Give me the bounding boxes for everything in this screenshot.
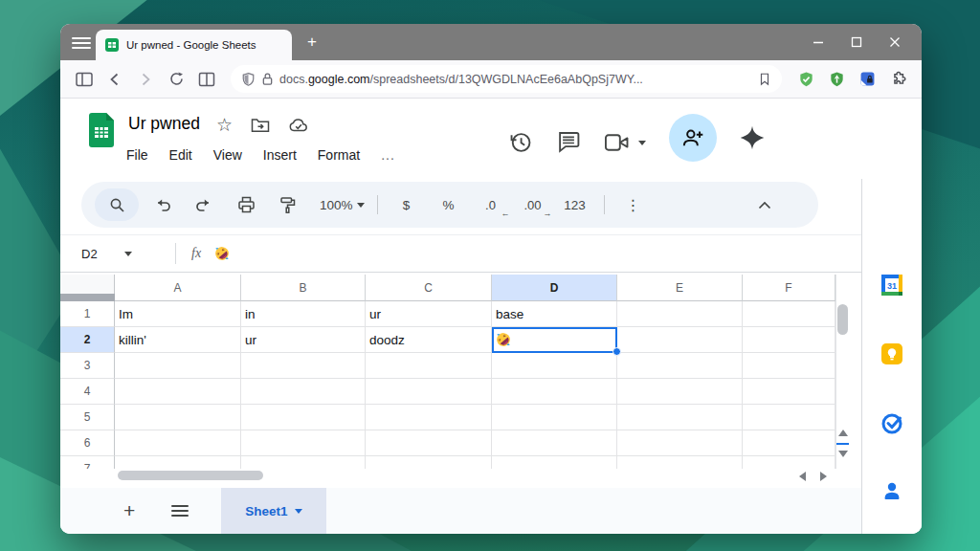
extension-password-manager-icon[interactable]	[855, 67, 880, 92]
name-box[interactable]: D2	[60, 247, 173, 261]
undo-button[interactable]	[143, 188, 181, 221]
redo-button[interactable]	[185, 188, 223, 221]
cell-C3[interactable]	[366, 353, 492, 379]
row-header-4[interactable]: 4	[60, 379, 115, 405]
menu-icon[interactable]	[72, 34, 91, 52]
cell-B2[interactable]: ur	[241, 327, 366, 353]
bookmark-icon[interactable]	[758, 72, 771, 86]
menu-file[interactable]: File	[126, 147, 148, 163]
row-header-1[interactable]: 1	[60, 301, 115, 327]
google-contacts-icon[interactable]	[880, 479, 903, 502]
freeze-handle[interactable]	[60, 294, 115, 301]
column-header-E[interactable]: E	[617, 275, 743, 301]
maximize-button[interactable]	[837, 24, 876, 60]
menu-overflow[interactable]: ...	[381, 147, 395, 163]
column-header-B[interactable]: B	[241, 275, 366, 301]
search-button[interactable]	[95, 188, 139, 221]
vertical-scrollbar-thumb[interactable]	[837, 304, 848, 335]
extensions-puzzle-icon[interactable]	[885, 67, 910, 92]
cell-F2[interactable]	[743, 327, 835, 353]
number-format-button[interactable]: 123	[556, 188, 594, 221]
browser-tab[interactable]: Ur pwned - Google Sheets	[96, 30, 292, 60]
cell-C6[interactable]	[366, 430, 492, 456]
cell-F7[interactable]	[743, 456, 835, 469]
gemini-sparkle-icon[interactable]	[740, 125, 765, 150]
cell-F1[interactable]	[743, 301, 835, 327]
cell-C4[interactable]	[366, 379, 492, 405]
cell-E5[interactable]	[617, 405, 743, 430]
column-header-A[interactable]: A	[115, 275, 241, 301]
google-calendar-icon[interactable]: 31	[880, 274, 903, 297]
cell-B3[interactable]	[241, 353, 366, 379]
cell-A5[interactable]	[115, 405, 241, 430]
cell-D6[interactable]	[492, 430, 617, 456]
scroll-right-arrow[interactable]	[820, 472, 827, 481]
cell-A7[interactable]	[115, 456, 241, 469]
cell-E3[interactable]	[617, 353, 743, 379]
cell-E7[interactable]	[617, 456, 743, 469]
horizontal-scrollbar-thumb[interactable]	[118, 471, 263, 480]
cell-C1[interactable]: ur	[366, 301, 492, 327]
cell-D7[interactable]	[492, 456, 617, 469]
version-history-icon[interactable]	[508, 130, 533, 155]
back-button[interactable]	[102, 67, 127, 92]
cell-F6[interactable]	[743, 430, 835, 456]
paint-format-button[interactable]	[269, 188, 307, 221]
increase-decimal-button[interactable]: .00 →	[514, 188, 552, 221]
row-header-3[interactable]: 3	[60, 353, 115, 379]
row-header-2[interactable]: 2	[60, 327, 115, 353]
close-button[interactable]	[876, 24, 914, 60]
google-tasks-icon[interactable]	[880, 412, 903, 435]
decrease-decimal-button[interactable]: .0 ←	[472, 188, 510, 221]
cell-F5[interactable]	[743, 405, 835, 430]
minimize-button[interactable]	[799, 24, 837, 60]
column-header-C[interactable]: C	[366, 275, 492, 301]
column-header-D[interactable]: D	[492, 275, 617, 301]
cell-A2[interactable]: killin'	[115, 327, 241, 353]
row-header-5[interactable]: 5	[60, 405, 115, 430]
reload-button[interactable]	[164, 67, 189, 92]
cell-D2[interactable]	[492, 327, 617, 353]
row-header-7[interactable]: 7	[60, 456, 115, 469]
scroll-up-arrow[interactable]	[838, 430, 848, 436]
document-title[interactable]: Ur pwned	[128, 114, 200, 134]
cell-A6[interactable]	[115, 430, 241, 456]
sheets-logo[interactable]	[88, 112, 115, 148]
cell-B6[interactable]	[241, 430, 366, 456]
cell-A1[interactable]: Im	[115, 301, 241, 327]
cell-A4[interactable]	[115, 379, 241, 405]
url-bar[interactable]: docs.google.com/spreadsheets/d/13QWGDLNA…	[231, 65, 782, 93]
sidebar-toggle-button[interactable]	[72, 67, 97, 92]
add-sheet-button[interactable]: +	[123, 499, 135, 522]
cell-F4[interactable]	[743, 379, 835, 405]
reading-list-button[interactable]	[194, 67, 219, 92]
cell-E6[interactable]	[617, 430, 743, 456]
forward-button[interactable]	[133, 67, 158, 92]
cell-B5[interactable]	[241, 405, 366, 430]
cell-D4[interactable]	[492, 379, 617, 405]
print-button[interactable]	[227, 188, 265, 221]
cell-B1[interactable]: in	[241, 301, 366, 327]
collapse-toolbar-button[interactable]	[746, 188, 784, 221]
menu-insert[interactable]: Insert	[263, 147, 297, 163]
cell-A3[interactable]	[115, 353, 241, 379]
format-currency-button[interactable]: $	[388, 188, 426, 221]
fill-handle[interactable]	[612, 347, 621, 356]
row-header-6[interactable]: 6	[60, 430, 115, 456]
comments-icon[interactable]	[556, 130, 581, 155]
cell-F3[interactable]	[743, 353, 835, 379]
column-header-F[interactable]: F	[743, 275, 835, 301]
move-folder-icon[interactable]	[251, 118, 270, 133]
extension-shield-icon[interactable]	[824, 67, 849, 92]
star-icon[interactable]: ☆	[216, 116, 233, 134]
cell-E2[interactable]	[617, 327, 743, 353]
new-tab-button[interactable]: +	[298, 29, 326, 55]
zoom-select[interactable]: 100%	[317, 188, 368, 221]
sheet-tab-active[interactable]: Sheet1	[221, 488, 326, 534]
cell-E1[interactable]	[617, 301, 743, 327]
scroll-left-arrow[interactable]	[799, 472, 806, 481]
cell-C5[interactable]	[366, 405, 492, 430]
cell-D1[interactable]: base	[492, 301, 617, 327]
join-call-button[interactable]	[604, 132, 646, 153]
cell-B4[interactable]	[241, 379, 366, 405]
